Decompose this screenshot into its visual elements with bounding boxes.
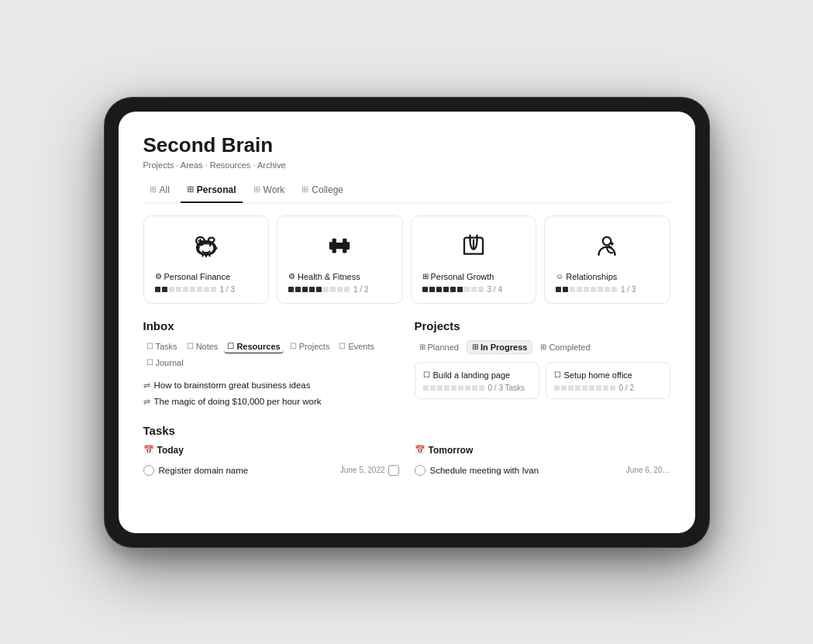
project-homeoffice-name: ☐ Setup home office <box>554 370 662 380</box>
project-homeoffice-progress: 0 / 2 <box>554 384 662 392</box>
tasks-today: 📅 Today Register domain name June 5, 202… <box>143 445 399 479</box>
list-item[interactable]: ⇌ The magic of doing $10,000 per hour wo… <box>143 394 399 410</box>
project-card-landing[interactable]: ☐ Build a landing page <box>415 362 539 399</box>
svg-point-10 <box>603 236 611 245</box>
personal-finance-name: ⚙ Personal Finance <box>155 272 258 281</box>
health-fitness-name: ⚙ Health & Fitness <box>288 272 391 281</box>
tasks-columns: 📅 Today Register domain name June 5, 202… <box>143 445 670 479</box>
project-tab-planned[interactable]: ⊞ Planned <box>415 340 463 354</box>
project-tab-completed[interactable]: ⊞ Completed <box>536 340 594 354</box>
inbox-tab-tasks-label: Tasks <box>156 342 177 351</box>
svg-rect-8 <box>346 243 350 249</box>
tab-personal[interactable]: ⊞ Personal <box>181 181 243 203</box>
inbox-section: Inbox ☐ Tasks ☐ Notes ☐ Resources <box>143 319 399 410</box>
inbox-tab-resources-label: Resources <box>236 342 280 351</box>
svg-rect-5 <box>344 239 346 253</box>
project-card-homeoffice[interactable]: ☐ Setup home office <box>546 362 670 399</box>
tasks-tomorrow-title: 📅 Tomorrow <box>415 445 670 456</box>
table-row[interactable]: Schedule meeting with Ivan June 6, 20… <box>415 462 670 479</box>
tasks-section: Tasks 📅 Today Register domain name June … <box>143 424 670 479</box>
tab-work-label: Work <box>264 184 285 195</box>
project-landing-name: ☐ Build a landing page <box>423 370 531 380</box>
tasks-today-title: 📅 Today <box>143 445 399 456</box>
tab-work[interactable]: ⊞ Work <box>247 181 291 203</box>
health-fitness-icon <box>288 227 391 264</box>
svg-rect-6 <box>335 243 344 248</box>
breadcrumb-resources[interactable]: Resources <box>210 160 251 170</box>
tab-college[interactable]: ⊞ College <box>295 181 350 203</box>
inbox-title: Inbox <box>143 319 399 332</box>
area-card-health-fitness[interactable]: ⚙ Health & Fitness 1 / 2 <box>277 215 403 304</box>
area-card-personal-growth[interactable]: ⊞ Personal Growth 3 / 4 <box>411 215 537 304</box>
area-card-relationships[interactable]: ☺ Relationships 1 / 3 <box>544 215 670 304</box>
inbox-tab-notes[interactable]: ☐ Notes <box>184 340 222 353</box>
tablet-frame: Second Brain Projects · Areas · Resource… <box>105 98 709 547</box>
personal-growth-name: ⊞ Personal Growth <box>422 272 525 281</box>
table-row[interactable]: Register domain name June 5, 2022 <box>143 462 399 479</box>
personal-finance-progress: 1 / 3 <box>155 285 258 294</box>
inbox-tab-resources[interactable]: ☐ Resources <box>224 340 283 353</box>
inbox-tab-events[interactable]: ☐ Events <box>336 340 377 353</box>
inbox-journal-icon: ☐ <box>146 358 153 367</box>
svg-point-3 <box>209 244 211 246</box>
link-icon-2: ⇌ <box>143 397 150 407</box>
list-item[interactable]: ⇌ How to brainstorm great business ideas <box>143 377 399 394</box>
inbox-resources-icon: ☐ <box>227 342 234 350</box>
project-tab-inprogress[interactable]: ⊞ In Progress <box>467 340 533 354</box>
breadcrumb-projects[interactable]: Projects <box>143 160 174 170</box>
task-circle-1[interactable] <box>143 465 154 476</box>
breadcrumb-archive[interactable]: Archive <box>257 160 286 170</box>
project-landing-progress: 0 / 3 Tasks <box>423 384 531 392</box>
inbox-tab-projects-label: Projects <box>299 342 330 351</box>
tab-all[interactable]: ⊞ All <box>143 181 176 203</box>
tab-personal-label: Personal <box>197 184 236 195</box>
svg-rect-4 <box>332 239 335 253</box>
inbox-tab-journal-label: Journal <box>156 358 184 367</box>
personal-finance-icon <box>155 227 258 264</box>
inbox-tab-projects[interactable]: ☐ Projects <box>287 340 333 353</box>
projects-title: Projects <box>415 319 670 332</box>
inbox-tabs: ☐ Tasks ☐ Notes ☐ Resources ☐ Projects <box>143 340 399 370</box>
tasks-title: Tasks <box>143 424 670 437</box>
inbox-events-icon: ☐ <box>339 342 346 350</box>
project-inprogress-icon: ⊞ <box>472 343 478 351</box>
tab-college-icon: ⊞ <box>301 184 308 195</box>
filter-tabs: ⊞ All ⊞ Personal ⊞ Work ⊞ College <box>143 181 670 203</box>
project-tab-planned-label: Planned <box>428 343 459 352</box>
tab-personal-icon: ⊞ <box>187 184 194 195</box>
two-col-section: Inbox ☐ Tasks ☐ Notes ☐ Resources <box>143 319 670 410</box>
health-fitness-progress: 1 / 2 <box>288 285 391 294</box>
breadcrumb-areas[interactable]: Areas <box>181 160 203 170</box>
tab-all-icon: ⊞ <box>150 184 157 195</box>
project-completed-icon: ⊞ <box>540 343 546 351</box>
tab-work-icon: ⊞ <box>253 184 260 195</box>
task-name-1: Register domain name <box>159 466 249 475</box>
task-check-1[interactable] <box>388 465 399 476</box>
personal-growth-icon <box>422 227 525 264</box>
area-card-personal-finance[interactable]: ⚙ Personal Finance 1 / 3 <box>143 215 270 304</box>
task-circle-2[interactable] <box>415 465 425 476</box>
svg-rect-7 <box>330 243 333 249</box>
inbox-items-list: ⇌ How to brainstorm great business ideas… <box>143 377 399 410</box>
task-date-2: June 6, 20… <box>626 466 670 474</box>
project-homeoffice-icon: ☐ <box>554 370 561 379</box>
inbox-tab-journal[interactable]: ☐ Journal <box>143 356 187 370</box>
inbox-tab-notes-label: Notes <box>196 342 219 351</box>
tab-college-label: College <box>312 184 343 195</box>
inbox-tab-events-label: Events <box>348 342 374 351</box>
projects-section: Projects ⊞ Planned ⊞ In Progress ⊞ Compl… <box>415 319 670 410</box>
project-tabs: ⊞ Planned ⊞ In Progress ⊞ Completed <box>415 340 670 354</box>
inbox-item-2-text: The magic of doing $10,000 per hour work <box>154 397 322 406</box>
area-cards: ⚙ Personal Finance 1 / 3 <box>143 215 670 304</box>
tasks-tomorrow: 📅 Tomorrow Schedule meeting with Ivan Ju… <box>415 445 670 479</box>
relationships-icon <box>556 227 659 264</box>
inbox-tasks-icon: ☐ <box>146 342 153 350</box>
relationships-name: ☺ Relationships <box>556 272 659 281</box>
task-item-left-2: Schedule meeting with Ivan <box>415 465 539 476</box>
personal-growth-progress: 3 / 4 <box>422 285 525 294</box>
inbox-notes-icon: ☐ <box>187 342 194 350</box>
inbox-tab-tasks[interactable]: ☐ Tasks <box>143 340 181 353</box>
inbox-item-1-text: How to brainstorm great business ideas <box>154 381 311 390</box>
project-cards: ☐ Build a landing page <box>415 362 670 399</box>
project-planned-icon: ⊞ <box>419 343 425 351</box>
